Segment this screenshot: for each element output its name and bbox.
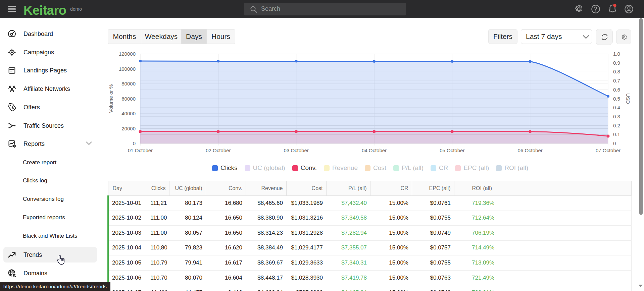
svg-text:80000: 80000 [121,81,136,86]
svg-text:60000: 60000 [121,96,136,102]
svg-text:0.1: 0.1 [613,131,620,137]
svg-text:USD: USD [625,93,631,104]
svg-text:07 October: 07 October [596,148,621,153]
svg-text:100000: 100000 [119,66,136,72]
svg-text:0.8: 0.8 [613,69,620,74]
svg-text:0.3: 0.3 [613,114,620,119]
svg-text:1.0: 1.0 [613,51,620,57]
svg-text:0.4: 0.4 [613,105,620,110]
svg-text:Volume or %: Volume or % [108,84,114,113]
svg-text:20000: 20000 [121,126,136,131]
svg-text:0: 0 [613,140,616,146]
svg-text:01 October: 01 October [128,148,153,153]
svg-text:02 October: 02 October [206,148,231,153]
svg-text:0.5: 0.5 [613,96,620,102]
svg-text:05 October: 05 October [440,148,464,153]
svg-text:0.9: 0.9 [613,60,620,66]
svg-text:04 October: 04 October [362,148,387,153]
svg-text:06 October: 06 October [518,148,543,153]
svg-text:0.6: 0.6 [613,87,620,93]
svg-text:0: 0 [133,140,136,146]
svg-text:0.2: 0.2 [613,123,620,128]
svg-text:120000: 120000 [119,51,136,57]
svg-text:03 October: 03 October [284,148,309,153]
svg-text:0.7: 0.7 [613,78,620,83]
svg-text:40000: 40000 [121,111,136,116]
